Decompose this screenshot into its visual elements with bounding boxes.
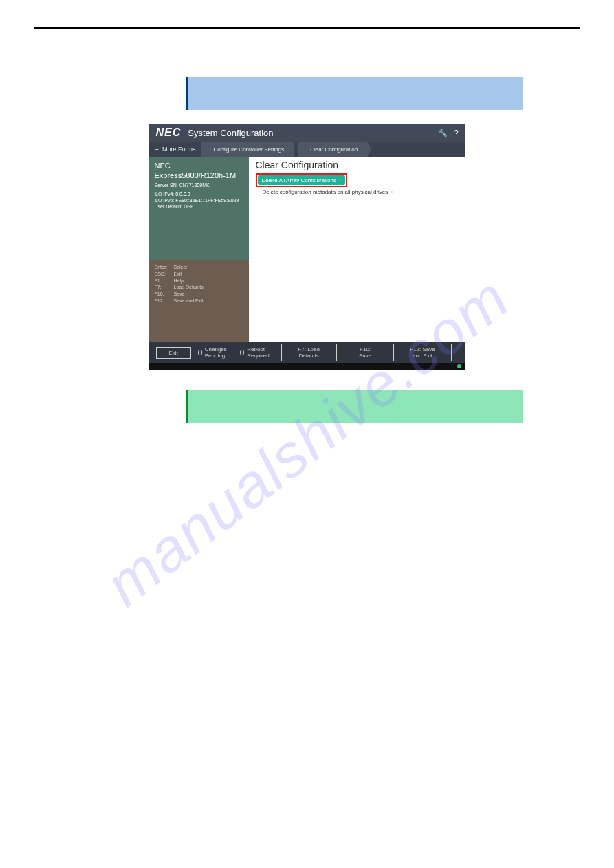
key-action: Save [174, 291, 185, 298]
tip-callout [186, 390, 614, 423]
sidebar-keyhelp-panel: Enter:Select ESC:Exit F1:Help F7:Load De… [149, 260, 249, 342]
key-name: F10: [155, 291, 174, 298]
main-heading: Clear Configuration [256, 159, 459, 170]
sidebar-ilo-ipv6: iLO IPv6: FE80::32E1:71FF:FE59:E029 [155, 197, 243, 203]
delete-all-array-configurations-button[interactable]: Delete All Array Configurations › [258, 175, 346, 185]
key-action: Exit [174, 271, 182, 278]
breadcrumb-controller-settings[interactable]: Configure Controller Settings [201, 142, 294, 157]
key-name: F7: [155, 284, 174, 291]
vm-taskbar [149, 363, 465, 370]
sidebar-vendor: NEC [155, 161, 243, 170]
sidebar-ilo-ipv4: iLO IPv4: 0.0.0.0 [155, 191, 243, 197]
f10-save-button[interactable]: F10: Save [344, 344, 387, 361]
key-action: Save and Exit [174, 298, 204, 304]
status-dot-icon [457, 364, 461, 368]
titlebar: NEC System Configuration 🔧 ? [149, 124, 465, 142]
main-content-panel: Clear Configuration Delete All Array Con… [249, 157, 465, 342]
more-forms-button[interactable]: ≡ More Forms [149, 142, 201, 157]
option-label: Delete configuration metadata on all phy… [263, 189, 388, 195]
key-name: F12: [155, 298, 174, 304]
note-body [188, 77, 523, 110]
note-accent-bar [186, 77, 188, 110]
sidebar-server-sn: Server SN: CN771309MK [155, 182, 243, 188]
indicator-label: Changes Pending [205, 346, 234, 359]
button-label: Delete All Array Configurations [262, 177, 337, 183]
sidebar-info-panel: NEC Express5800/R120h-1M Server SN: CN77… [149, 157, 249, 260]
indicator-label: Reboot Required [247, 346, 274, 359]
sidebar-model: Express5800/R120h-1M [155, 170, 243, 180]
breadcrumb-label: Clear Configuration [310, 146, 358, 153]
key-action: Load Defaults [174, 284, 204, 291]
reboot-required-indicator: Reboot Required [240, 346, 274, 359]
note-callout [186, 77, 614, 110]
settings-icon[interactable]: 🔧 [438, 129, 448, 137]
breadcrumb: ≡ More Forms Configure Controller Settin… [149, 142, 465, 157]
page-top-rule [34, 27, 580, 29]
sidebar-user-default: User Default: OFF [155, 203, 243, 210]
exit-button[interactable]: Exit [156, 347, 191, 359]
breadcrumb-clear-configuration[interactable]: Clear Configuration [298, 142, 367, 157]
hamburger-icon: ≡ [155, 146, 159, 153]
highlighted-option-outline: Delete All Array Configurations › [256, 173, 348, 187]
key-action: Select [174, 264, 187, 271]
more-forms-label: More Forms [162, 146, 196, 153]
key-name: F1: [155, 278, 174, 285]
tip-body [188, 390, 523, 423]
changes-pending-indicator: Changes Pending [198, 346, 233, 359]
nec-system-config-screenshot: NEC System Configuration 🔧 ? ≡ More Form… [149, 124, 465, 370]
tip-accent-bar [186, 390, 188, 423]
help-icon[interactable]: ? [454, 129, 458, 137]
delete-metadata-option[interactable]: Delete configuration metadata on all phy… [256, 188, 459, 195]
nec-logo: NEC [156, 126, 182, 139]
info-icon: ○ [391, 188, 394, 195]
key-action: Help [174, 278, 184, 285]
f12-save-exit-button[interactable]: F12: Save and Exit [393, 344, 451, 361]
key-name: ESC: [155, 271, 174, 278]
key-name: Enter: [155, 264, 174, 271]
page-title: System Configuration [188, 128, 434, 138]
footer-bar: Exit Changes Pending Reboot Required F7:… [149, 342, 465, 363]
f7-load-defaults-button[interactable]: F7: Load Defaults [281, 344, 337, 361]
chevron-right-icon: › [339, 177, 341, 183]
breadcrumb-label: Configure Controller Settings [213, 146, 284, 153]
